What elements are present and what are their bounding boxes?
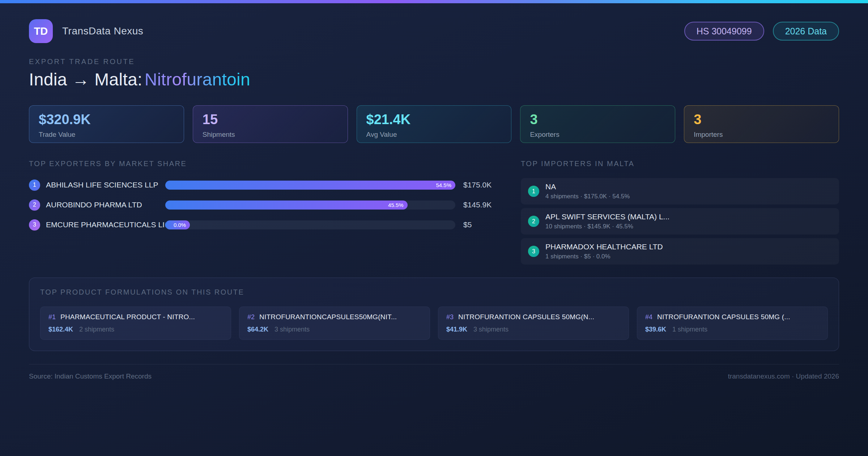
importer-info: APL SWIFT SERVICES (MALTA) L... 10 shipm… (545, 212, 669, 230)
importer-card: 3 PHARMADOX HEALTHCARE LTD 1 shipments ·… (521, 238, 839, 265)
formulation-title-row: #3 NITROFURANTION CAPSULES 50MG(N... (446, 313, 621, 321)
formulation-card: #1 PHARMACEUTICAL PRODUCT - NITRO... $16… (40, 307, 231, 340)
header: TD TransData Nexus HS 30049099 2026 Data (29, 19, 839, 43)
route-text: India → Malta: (29, 70, 142, 89)
market-share-label: 45.5% (388, 202, 404, 208)
product-name: Nitrofurantoin (145, 70, 250, 89)
top-accent-bar (0, 0, 868, 3)
stat-label: Shipments (203, 131, 338, 139)
importer-info: NA 4 shipments · $175.0K · 54.5% (545, 182, 630, 200)
stat-value: $21.4K (366, 112, 502, 127)
data-year-badge[interactable]: 2026 Data (773, 22, 839, 41)
stat-cards: $320.9K Trade Value 15 Shipments $21.4K … (29, 105, 839, 143)
stat-value: 15 (203, 112, 338, 127)
exporters-section-title: TOP EXPORTERS BY MARKET SHARE (29, 160, 501, 168)
rank-badge: 3 (29, 219, 40, 231)
page-title: India → Malta:Nitrofurantoin (29, 69, 839, 89)
formulation-shipments: 3 shipments (473, 326, 509, 333)
stat-label: Avg Value (366, 131, 502, 139)
formulation-rank: #1 (48, 313, 56, 321)
formulation-value: $162.4K (48, 326, 73, 333)
formulation-rank: #2 (247, 313, 255, 321)
footer: Source: Indian Customs Export Records tr… (29, 364, 839, 380)
formulation-card: #4 NITROFURANTION CAPSULES 50MG (... $39… (637, 307, 828, 340)
importer-name: PHARMADOX HEALTHCARE LTD (545, 242, 663, 251)
importer-name: NA (545, 182, 630, 191)
hs-code-badge[interactable]: HS 30049099 (684, 22, 764, 41)
market-share-bar-track: 54.5% (165, 181, 455, 190)
rank-badge: 1 (528, 186, 539, 197)
market-share-bar-fill: 45.5% (165, 200, 408, 210)
exporter-value: $175.0K (455, 181, 501, 189)
exporter-name: ABHILASH LIFE SCIENCES LLP (46, 181, 165, 189)
exporter-row: 1 ABHILASH LIFE SCIENCES LLP 54.5% $175.… (29, 178, 501, 192)
stat-label: Trade Value (39, 131, 174, 139)
formulation-shipments: 2 shipments (79, 326, 114, 333)
rank-badge: 2 (29, 199, 40, 211)
dashboard-page: TD TransData Nexus HS 30049099 2026 Data… (0, 3, 868, 380)
formulation-card: #2 NITROFURANTIONCAPSULES50MG(NIT... $64… (239, 307, 430, 340)
stat-card-trade-value: $320.9K Trade Value (29, 105, 184, 143)
formulation-stats-row: $39.6K 1 shipments (645, 326, 820, 333)
stat-label: Importers (694, 131, 829, 139)
formulation-rank: #3 (446, 313, 454, 321)
stat-value: 3 (530, 112, 665, 127)
formulation-card: #3 NITROFURANTION CAPSULES 50MG(N... $41… (438, 307, 629, 340)
formulation-stats-row: $162.4K 2 shipments (48, 326, 223, 333)
main-columns: TOP EXPORTERS BY MARKET SHARE 1 ABHILASH… (29, 160, 839, 268)
exporter-row: 2 AUROBINDO PHARMA LTD 45.5% $145.9K (29, 198, 501, 212)
exporter-row: 3 EMCURE PHARMACEUTICALS LIM... 0.0% $5 (29, 218, 501, 232)
formulation-name: NITROFURANTIONCAPSULES50MG(NIT... (259, 313, 397, 321)
page-eyebrow: EXPORT TRADE ROUTE (29, 58, 839, 66)
formulation-stats-row: $64.2K 3 shipments (247, 326, 422, 333)
importer-name: APL SWIFT SERVICES (MALTA) L... (545, 212, 669, 221)
importer-meta: 4 shipments · $175.0K · 54.5% (545, 193, 630, 200)
market-share-label: 0.0% (174, 222, 186, 228)
importer-meta: 1 shipments · $5 · 0.0% (545, 253, 663, 260)
formulation-title-row: #2 NITROFURANTIONCAPSULES50MG(NIT... (247, 313, 422, 321)
importers-section-title: TOP IMPORTERS IN MALTA (521, 160, 839, 168)
formulation-title-row: #1 PHARMACEUTICAL PRODUCT - NITRO... (48, 313, 223, 321)
stat-card-importers: 3 Importers (684, 105, 839, 143)
exporters-section: TOP EXPORTERS BY MARKET SHARE 1 ABHILASH… (29, 160, 501, 268)
exporter-value: $5 (455, 220, 501, 229)
importer-card: 2 APL SWIFT SERVICES (MALTA) L... 10 shi… (521, 208, 839, 235)
header-badges: HS 30049099 2026 Data (684, 22, 839, 41)
brand: TD TransData Nexus (29, 19, 143, 43)
formulation-shipments: 3 shipments (275, 326, 310, 333)
rank-badge: 2 (528, 216, 539, 227)
market-share-label: 54.5% (436, 182, 451, 188)
formulation-name: NITROFURANTION CAPSULES 50MG (... (657, 313, 790, 321)
formulations-section-title: TOP PRODUCT FORMULATIONS ON THIS ROUTE (40, 288, 828, 296)
footer-site: transdatanexus.com · Updated 2026 (728, 372, 839, 380)
importers-section: TOP IMPORTERS IN MALTA 1 NA 4 shipments … (521, 160, 839, 268)
formulation-rank: #4 (645, 313, 652, 321)
importer-info: PHARMADOX HEALTHCARE LTD 1 shipments · $… (545, 242, 663, 260)
exporter-name: AUROBINDO PHARMA LTD (46, 200, 165, 209)
formulation-name: NITROFURANTION CAPSULES 50MG(N... (458, 313, 594, 321)
formulation-stats-row: $41.9K 3 shipments (446, 326, 621, 333)
formulation-name: PHARMACEUTICAL PRODUCT - NITRO... (60, 313, 195, 321)
rank-badge: 1 (29, 180, 40, 191)
formulations-panel: TOP PRODUCT FORMULATIONS ON THIS ROUTE #… (29, 278, 839, 351)
stat-card-shipments: 15 Shipments (193, 105, 348, 143)
formulation-title-row: #4 NITROFURANTION CAPSULES 50MG (... (645, 313, 820, 321)
rank-badge: 3 (528, 246, 539, 257)
exporter-name: EMCURE PHARMACEUTICALS LIM... (46, 220, 165, 229)
stat-value: 3 (694, 112, 829, 127)
brand-name: TransData Nexus (62, 25, 143, 37)
formulation-value: $39.6K (645, 326, 666, 333)
formulation-cards: #1 PHARMACEUTICAL PRODUCT - NITRO... $16… (40, 307, 828, 340)
exporter-value: $145.9K (455, 200, 501, 209)
importer-card: 1 NA 4 shipments · $175.0K · 54.5% (521, 178, 839, 204)
stat-card-exporters: 3 Exporters (520, 105, 675, 143)
formulation-shipments: 1 shipments (672, 326, 707, 333)
footer-source: Source: Indian Customs Export Records (29, 372, 152, 380)
market-share-bar-fill: 54.5% (165, 181, 455, 190)
stat-value: $320.9K (39, 112, 174, 127)
market-share-bar-fill: 0.0% (165, 220, 190, 229)
formulation-value: $64.2K (247, 326, 268, 333)
market-share-bar-track: 0.0% (165, 220, 455, 229)
formulation-value: $41.9K (446, 326, 467, 333)
stat-label: Exporters (530, 131, 665, 139)
